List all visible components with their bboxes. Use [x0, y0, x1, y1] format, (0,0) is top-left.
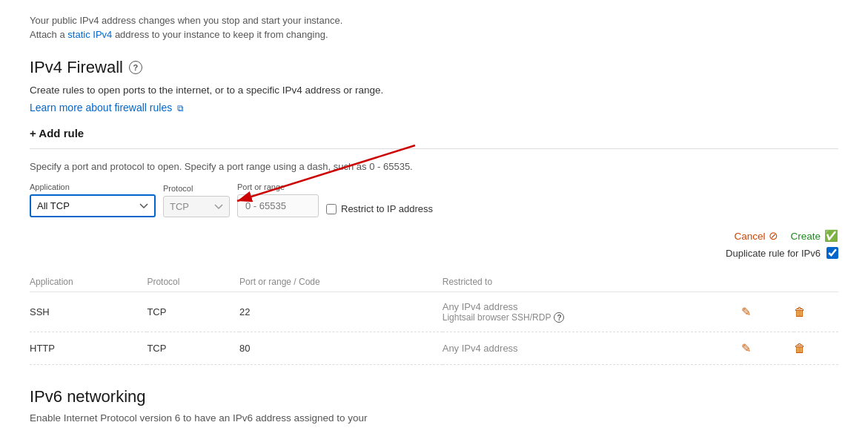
restrict-checkbox-label[interactable]: Restrict to IP address [326, 203, 433, 214]
help-icon[interactable]: ? [129, 61, 142, 74]
divider [30, 148, 838, 149]
col-application: Application [30, 272, 147, 292]
ipv4-firewall-title: IPv4 Firewall ? [30, 58, 838, 77]
port-input[interactable] [237, 194, 319, 217]
protocol-select[interactable]: TCP [163, 196, 230, 217]
static-ipv4-link[interactable]: static IPv4 [67, 29, 112, 40]
col-restricted: Restricted to [443, 272, 741, 292]
edit-icon[interactable]: ✎ [741, 306, 751, 318]
rules-table: Application Protocol Port or range / Cod… [30, 272, 838, 365]
restrict-checkbox[interactable] [326, 204, 337, 214]
info-line2-suffix: address to your instance to keep it from… [112, 29, 328, 40]
info-line2-prefix: Attach a [30, 29, 67, 40]
duplicate-checkbox[interactable] [826, 247, 838, 259]
cell-delete-1[interactable]: 🗑 [794, 292, 838, 332]
info-line1: Your public IPv4 address changes when yo… [30, 15, 838, 26]
lightsail-note-text: Lightsail browser SSH/RDP [443, 312, 551, 323]
ipv6-section: IPv6 networking Enable Internet Protocol… [30, 387, 838, 424]
col-delete [794, 272, 838, 292]
form-actions: Cancel ⊘ Create ✅ [30, 229, 838, 243]
cell-restricted: Any IPv4 address [443, 332, 741, 365]
cell-port: 80 [239, 332, 443, 365]
protocol-group: Protocol TCP [163, 184, 230, 217]
cell-protocol: TCP [147, 332, 239, 365]
delete-icon[interactable]: 🗑 [794, 306, 806, 318]
table-body: SSH TCP 22 Any IPv4 address Lightsail br… [30, 292, 838, 365]
cell-application: SSH [30, 292, 147, 332]
create-button[interactable]: Create ✅ [790, 229, 838, 243]
cancel-label: Cancel [734, 231, 765, 242]
application-group: Application All TCP [30, 182, 156, 217]
duplicate-label: Duplicate rule for IPv6 [726, 248, 821, 259]
info-section: Your public IPv4 address changes when yo… [30, 15, 838, 40]
col-protocol: Protocol [147, 272, 239, 292]
cell-port: 22 [239, 292, 443, 332]
table-header: Application Protocol Port or range / Cod… [30, 272, 838, 292]
cancel-icon: ⊘ [769, 229, 778, 243]
col-port: Port or range / Code [239, 272, 443, 292]
protocol-label: Protocol [163, 184, 230, 193]
table-header-row: Application Protocol Port or range / Cod… [30, 272, 838, 292]
table-row: SSH TCP 22 Any IPv4 address Lightsail br… [30, 292, 838, 332]
edit-icon[interactable]: ✎ [741, 342, 751, 355]
external-link-icon: ⧉ [177, 103, 184, 113]
learn-more-link[interactable]: Learn more about firewall rules ⧉ [30, 102, 184, 113]
create-label: Create [790, 231, 821, 242]
cancel-button[interactable]: Cancel ⊘ [734, 229, 778, 243]
form-area: Application All TCP Protocol TCP Port or… [30, 182, 838, 217]
port-label: Port or range [237, 182, 319, 191]
create-icon: ✅ [824, 229, 838, 243]
ipv4-firewall-section: IPv4 Firewall ? Create rules to open por… [30, 58, 838, 365]
application-select[interactable]: All TCP [30, 194, 156, 217]
cell-edit-2[interactable]: ✎ [741, 332, 794, 365]
table-row: HTTP TCP 80 Any IPv4 address ✎ 🗑 [30, 332, 838, 365]
cell-delete-2[interactable]: 🗑 [794, 332, 838, 365]
application-label: Application [30, 182, 156, 191]
cell-edit-1[interactable]: ✎ [741, 292, 794, 332]
info-line2: Attach a static IPv4 address to your ins… [30, 29, 838, 40]
ipv6-desc: Enable Internet Protocol version 6 to ha… [30, 412, 838, 424]
col-edit [741, 272, 794, 292]
restrict-group: Restrict to IP address [326, 203, 433, 217]
port-spec-text: Specify a port and protocol to open. Spe… [30, 161, 838, 172]
cell-restricted: Any IPv4 address Lightsail browser SSH/R… [443, 292, 741, 332]
port-group: Port or range [237, 182, 319, 217]
delete-icon[interactable]: 🗑 [794, 342, 806, 355]
lightsail-help-icon[interactable]: ? [554, 312, 564, 323]
cell-protocol: TCP [147, 292, 239, 332]
duplicate-row: Duplicate rule for IPv6 [30, 247, 838, 259]
ipv4-firewall-desc: Create rules to open ports to the intern… [30, 85, 838, 96]
restrict-label-text: Restrict to IP address [341, 203, 433, 214]
ipv6-title: IPv6 networking [30, 387, 838, 406]
add-rule-button[interactable]: + Add rule [30, 122, 84, 144]
add-rule-form: Application All TCP Protocol TCP Port or… [30, 182, 838, 217]
cell-application: HTTP [30, 332, 147, 365]
